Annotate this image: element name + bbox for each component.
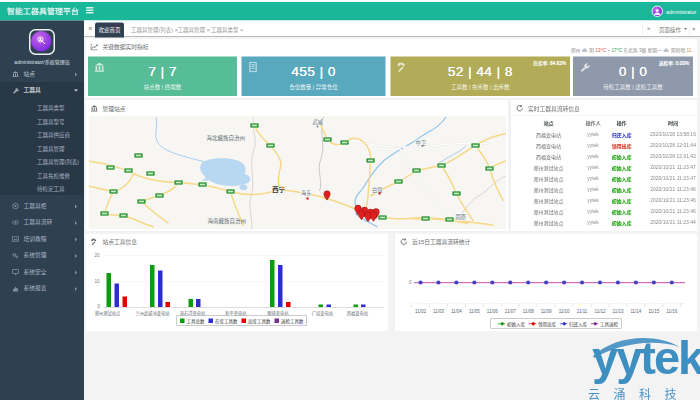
svg-text:11/12: 11/12 [595,309,606,314]
svg-text:11/05: 11/05 [469,309,480,314]
svg-text:11/11: 11/11 [577,309,588,314]
svg-text:中卫: 中卫 [416,139,427,147]
svg-text:11/07: 11/07 [505,309,516,314]
svg-text:0: 0 [409,280,412,285]
svg-text:11/10: 11/10 [559,309,570,314]
svg-text:白银: 白银 [372,186,383,194]
svg-text:海南藏族自治州: 海南藏族自治州 [208,217,247,225]
svg-text:11/14: 11/14 [630,309,641,314]
svg-text:11/03: 11/03 [433,309,444,314]
svg-text:11/06: 11/06 [487,309,498,314]
svg-text:11/15: 11/15 [648,309,659,314]
svg-text:11/16: 11/16 [666,309,677,314]
svg-text:固原: 固原 [456,213,467,221]
svg-text:海北藏族自治州: 海北藏族自治州 [207,134,246,142]
svg-text:武威: 武威 [313,118,324,126]
svg-text:11/13: 11/13 [612,309,623,314]
svg-text:11/02: 11/02 [415,309,426,314]
svg-text:11/04: 11/04 [451,309,462,314]
svg-text:11/09: 11/09 [541,309,552,314]
svg-text:海东: 海东 [301,189,312,197]
svg-text:11/08: 11/08 [523,309,534,314]
